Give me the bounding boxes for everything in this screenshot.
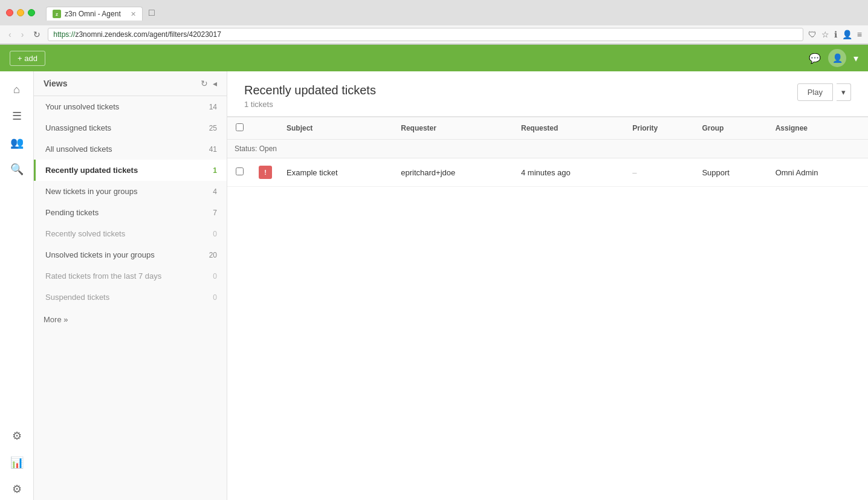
row-type-cell: ! bbox=[251, 158, 279, 187]
view-item-count: 4 bbox=[213, 187, 217, 196]
profile-icon[interactable]: 👤 bbox=[842, 30, 852, 39]
view-item-label: New tickets in your groups bbox=[45, 187, 213, 196]
status-group-row: Status: Open bbox=[227, 140, 868, 158]
tab-close-icon[interactable]: ✕ bbox=[131, 10, 136, 18]
table-body: Status: Open ! Example ticket bbox=[227, 140, 868, 187]
views-header-icons: ↻ ◂ bbox=[201, 79, 217, 88]
sidebar-item-view[interactable]: Recently updated tickets 1 bbox=[34, 160, 227, 181]
page-title: Recently updated tickets bbox=[244, 83, 376, 97]
col-requester: Requester bbox=[394, 117, 514, 140]
view-item-label: Recently solved tickets bbox=[45, 229, 213, 238]
view-item-count: 1 bbox=[213, 166, 217, 175]
group-value: Support bbox=[702, 168, 730, 177]
app-body: ⌂ ☰ 👥 🔍 ⚙ 📊 ⚙ Views ↻ ◂ Your unsolved ti… bbox=[0, 71, 868, 500]
chat-icon[interactable]: 💬 bbox=[809, 53, 821, 64]
views-list: Your unsolved tickets 14 Unassigned tick… bbox=[34, 96, 227, 308]
back-button[interactable]: ‹ bbox=[6, 28, 14, 41]
tickets-icon-button[interactable]: ☰ bbox=[5, 104, 29, 128]
close-button[interactable] bbox=[6, 9, 13, 16]
refresh-button[interactable]: ↻ bbox=[31, 28, 43, 41]
browser-addressbar: ‹ › ↻ https://z3nomni.zendesk.com/agent/… bbox=[0, 25, 868, 44]
sidebar-item-view[interactable]: Your unsolved tickets 14 bbox=[34, 96, 227, 117]
select-all-checkbox[interactable] bbox=[236, 123, 244, 131]
priority-value: – bbox=[632, 168, 636, 177]
table-header: Subject Requester Requested Priority Gro… bbox=[227, 117, 868, 140]
sidebar-item-view[interactable]: Unsolved tickets in your groups 20 bbox=[34, 244, 227, 265]
topbar-right: 💬 👤 ▾ bbox=[809, 49, 858, 67]
view-item-label: Your unsolved tickets bbox=[45, 102, 209, 111]
refresh-views-icon[interactable]: ↻ bbox=[201, 79, 208, 88]
sidebar-item-view[interactable]: Pending tickets 7 bbox=[34, 202, 227, 223]
main-content: Recently updated tickets 1 tickets Play … bbox=[227, 71, 868, 500]
app-wrapper: + add 💬 👤 ▾ ⌂ ☰ 👥 🔍 ⚙ 📊 ⚙ Views ↻ ◂ bbox=[0, 45, 868, 500]
info-icon[interactable]: ℹ bbox=[834, 30, 837, 39]
add-button[interactable]: + add bbox=[10, 51, 45, 66]
row-assignee-cell: Omni Admin bbox=[768, 158, 868, 187]
views-header: Views ↻ ◂ bbox=[34, 71, 227, 96]
new-tab-button[interactable]: □ bbox=[144, 5, 160, 21]
url-bar[interactable]: https://z3nomni.zendesk.com/agent/filter… bbox=[48, 28, 803, 41]
forward-button[interactable]: › bbox=[19, 28, 27, 41]
row-subject-cell: Example ticket bbox=[279, 158, 394, 187]
more-views-link[interactable]: More » bbox=[34, 308, 227, 331]
star-icon[interactable]: ☆ bbox=[821, 30, 829, 39]
user-avatar[interactable]: 👤 bbox=[828, 49, 846, 67]
sidebar-item-view[interactable]: All unsolved tickets 41 bbox=[34, 138, 227, 160]
ticket-subject-link[interactable]: Example ticket bbox=[287, 168, 338, 177]
col-subject: Subject bbox=[279, 117, 394, 140]
menu-icon[interactable]: ≡ bbox=[857, 30, 862, 39]
col-group: Group bbox=[695, 117, 768, 140]
row-requester-cell: epritchard+jdoe bbox=[394, 158, 514, 187]
browser-titlebar: z z3n Omni - Agent ✕ □ bbox=[0, 0, 868, 25]
row-checkbox-cell bbox=[227, 158, 251, 187]
browser-chrome: z z3n Omni - Agent ✕ □ ‹ › ↻ https://z3n… bbox=[0, 0, 868, 45]
sidebar-item-view[interactable]: New tickets in your groups 4 bbox=[34, 181, 227, 202]
sidebar-item-view[interactable]: Recently solved tickets 0 bbox=[34, 223, 227, 244]
view-item-count: 0 bbox=[213, 272, 217, 281]
view-item-label: Rated tickets from the last 7 days bbox=[45, 271, 213, 281]
content-header: Recently updated tickets 1 tickets Play … bbox=[227, 71, 868, 117]
url-text: https://z3nomni.zendesk.com/agent/filter… bbox=[53, 30, 221, 39]
sidebar-item-view[interactable]: Suspended tickets 0 bbox=[34, 287, 227, 308]
minimize-button[interactable] bbox=[17, 9, 24, 16]
col-type bbox=[251, 117, 279, 140]
row-group-cell: Support bbox=[695, 158, 768, 187]
header-actions: Play ▾ bbox=[797, 83, 851, 101]
view-item-label: All unsolved tickets bbox=[45, 144, 209, 154]
view-item-label: Recently updated tickets bbox=[45, 166, 213, 175]
view-item-label: Suspended tickets bbox=[45, 293, 213, 302]
table-row[interactable]: ! Example ticket epritchard+jdoe 4 minut… bbox=[227, 158, 868, 187]
maximize-button[interactable] bbox=[28, 9, 35, 16]
view-item-count: 0 bbox=[213, 293, 217, 302]
users-icon-button[interactable]: 👥 bbox=[5, 131, 29, 155]
col-priority: Priority bbox=[625, 117, 695, 140]
charts-icon-button[interactable]: 📊 bbox=[5, 450, 29, 475]
settings-icon-button[interactable]: ⚙ bbox=[5, 477, 29, 500]
play-button[interactable]: Play bbox=[797, 83, 833, 101]
view-item-count: 25 bbox=[209, 124, 217, 132]
home-icon-button[interactable]: ⌂ bbox=[5, 77, 29, 102]
assignee-value: Omni Admin bbox=[776, 168, 818, 177]
content-header-left: Recently updated tickets 1 tickets bbox=[244, 83, 376, 109]
play-dropdown-button[interactable]: ▾ bbox=[837, 83, 851, 101]
search-icon-button[interactable]: 🔍 bbox=[5, 157, 29, 181]
browser-tab-active[interactable]: z z3n Omni - Agent ✕ bbox=[46, 7, 143, 21]
nav-right-icons: 🛡 ☆ ℹ 👤 ≡ bbox=[808, 30, 862, 39]
sidebar-item-view[interactable]: Rated tickets from the last 7 days 0 bbox=[34, 265, 227, 287]
tab-title: z3n Omni - Agent bbox=[65, 10, 121, 18]
row-priority-cell: – bbox=[625, 158, 695, 187]
view-item-count: 14 bbox=[209, 103, 217, 111]
col-checkbox bbox=[227, 117, 251, 140]
side-icons: ⌂ ☰ 👥 🔍 ⚙ 📊 ⚙ bbox=[0, 71, 34, 500]
gear-icon-button[interactable]: ⚙ bbox=[5, 424, 29, 448]
view-item-label: Pending tickets bbox=[45, 208, 213, 217]
url-domain: z3nomni.zendesk.com/agent/filters/420230… bbox=[75, 30, 221, 39]
traffic-lights bbox=[6, 9, 35, 16]
url-protocol: https:// bbox=[53, 30, 75, 39]
col-assignee: Assignee bbox=[768, 117, 868, 140]
view-item-count: 20 bbox=[209, 251, 217, 259]
chevron-down-icon[interactable]: ▾ bbox=[853, 53, 858, 64]
row-checkbox[interactable] bbox=[236, 167, 244, 175]
collapse-views-icon[interactable]: ◂ bbox=[213, 79, 217, 88]
sidebar-item-view[interactable]: Unassigned tickets 25 bbox=[34, 117, 227, 138]
